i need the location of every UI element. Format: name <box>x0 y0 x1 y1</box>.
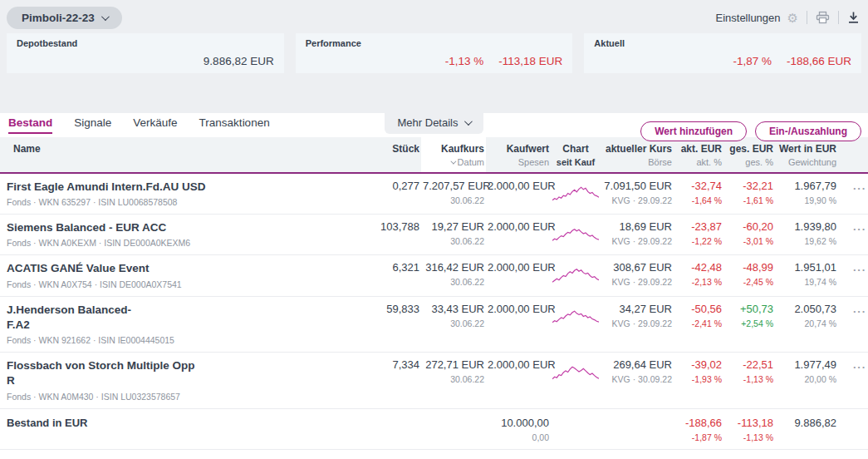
stueck-value: 7,334 <box>361 358 419 371</box>
sparkline-chart[interactable] <box>551 180 601 207</box>
column-header-wert[interactable]: Wert in EUR Gewichtung <box>775 137 838 172</box>
table-row[interactable]: J.Henderson Balanced- F.A2 Fonds · WKN 9… <box>0 297 868 353</box>
gewichtung-value: 20,74 % <box>777 318 836 328</box>
sparkline-chart[interactable] <box>551 220 601 248</box>
add-value-button[interactable]: Wert hinzufügen <box>640 121 747 141</box>
gewichtung-value: 19,90 % <box>777 195 836 205</box>
kaufkurs-value: 19,27 EUR <box>423 220 484 233</box>
kauf-datum: 30.06.22 <box>423 374 484 384</box>
tab-verkaeufe[interactable]: Verkäufe <box>133 113 177 134</box>
aktuell-eur: -188,66 EUR <box>787 55 851 67</box>
boerse-info: KVG · 29.09.22 <box>602 318 672 328</box>
ges-pct-value: -1,13 % <box>725 374 773 384</box>
tab-signale[interactable]: Signale <box>74 113 111 134</box>
column-header-menu <box>838 137 868 172</box>
fund-name[interactable]: Siemens Balanced - EUR ACC <box>7 220 358 235</box>
boerse-info: KVG · 30.09.22 <box>602 374 672 384</box>
kauf-datum: 30.06.22 <box>423 195 484 205</box>
stueck-value: 0,277 <box>361 180 419 192</box>
tab-bestand[interactable]: Bestand <box>8 113 52 134</box>
performance-card: Performance -1,13 % -113,18 EUR <box>296 33 573 73</box>
column-header-kurs[interactable]: aktueller Kurs Börse <box>601 137 674 172</box>
kaufwert-value: 2.000,00 EUR <box>488 261 549 274</box>
column-header-chart[interactable]: Chart seit Kauf <box>551 137 601 172</box>
row-menu-button[interactable]: ··· <box>853 180 866 194</box>
footer-bestand-label: Bestand in EUR <box>0 417 360 442</box>
ges-eur-value: -22,51 <box>725 358 773 371</box>
wert-value: 2.050,73 <box>777 303 836 315</box>
boerse-info: KVG · 29.09.22 <box>602 236 672 246</box>
column-header-kaufwert[interactable]: Kaufwert Spesen <box>486 137 551 172</box>
kaufkurs-value: 272,71 EUR <box>423 358 484 371</box>
sparkline-chart[interactable] <box>551 261 601 289</box>
kaufkurs-value: 316,42 EUR <box>423 261 484 274</box>
akt-pct-value: -2,41 % <box>675 318 722 328</box>
chevron-down-icon <box>464 117 473 126</box>
column-header-ges[interactable]: ges. EUR ges. % <box>723 137 775 172</box>
akt-eur-value: -50,56 <box>675 303 722 315</box>
settings-button[interactable]: Einstellungen ⚙ <box>715 12 798 24</box>
column-header-akt[interactable]: akt. EUR akt. % <box>674 137 723 172</box>
stueck-value: 103,788 <box>361 220 419 233</box>
payment-button[interactable]: Ein-/Auszahlung <box>755 121 861 141</box>
footer-ges-pct-sum: -1,13 % <box>725 432 773 442</box>
footer-akt-eur-sum: -188,66 <box>675 417 722 429</box>
more-details-button[interactable]: Mehr Details <box>385 113 484 134</box>
row-menu-button[interactable]: ··· <box>853 261 866 275</box>
divider <box>807 11 807 24</box>
performance-eur: -113,18 EUR <box>498 55 562 67</box>
tab-transaktionen[interactable]: Transaktionen <box>199 113 270 134</box>
fund-name[interactable]: J.Henderson Balanced- F.A2 <box>7 303 358 333</box>
fund-name[interactable]: ACATIS GANÉ Value Event <box>7 261 358 276</box>
gewichtung-value: 19,74 % <box>777 277 836 287</box>
portfolio-selector[interactable]: Pimboli-22-23 <box>7 7 122 29</box>
table-body: First Eagle Amundi Intern.Fd.AU USD Fond… <box>0 174 868 409</box>
row-menu-button[interactable]: ··· <box>853 303 866 317</box>
ges-pct-value: +2,54 % <box>725 318 773 328</box>
stueck-value: 59,833 <box>361 303 419 315</box>
footer-akt-pct-sum: -1,87 % <box>675 432 722 442</box>
fund-name[interactable]: First Eagle Amundi Intern.Fd.AU USD <box>7 180 358 195</box>
main-panel: Mehr Details Wert hinzufügen Ein-/Auszah… <box>0 113 868 459</box>
print-button[interactable] <box>816 11 830 24</box>
footer-ges-eur-sum: -113,18 <box>725 417 773 429</box>
footer-wert-sum: 9.886,82 <box>777 417 836 429</box>
ges-pct-value: -1,61 % <box>725 195 773 205</box>
portfolio-name: Pimboli-22-23 <box>22 12 95 24</box>
fund-meta: Fonds · WKN 921662 · ISIN IE0004445015 <box>7 335 358 345</box>
depot-balance-value: 9.886,82 EUR <box>204 55 274 67</box>
row-menu-button[interactable]: ··· <box>853 220 866 234</box>
row-menu-button[interactable]: ··· <box>853 358 866 373</box>
footer-spesen-sum: 0,00 <box>488 432 549 442</box>
depot-balance-card: Depotbestand 9.886,82 EUR <box>7 33 284 73</box>
download-button[interactable] <box>847 11 860 24</box>
akt-eur-value: -23,87 <box>675 220 722 233</box>
akt-pct-value: -1,64 % <box>675 195 722 205</box>
column-header-kaufkurs[interactable]: Kaufkurs Datum <box>421 137 486 172</box>
aktuell-percent: -1,87 % <box>733 55 772 67</box>
akt-eur-value: -39,02 <box>675 358 722 371</box>
kauf-datum: 30.06.22 <box>423 236 484 246</box>
aktueller-kurs-value: 7.091,50 EUR <box>602 180 672 192</box>
footer-kaufwert-sum: 10.000,00 <box>488 417 549 429</box>
download-icon <box>847 11 860 24</box>
fund-meta: Fonds · WKN A0KEXM · ISIN DE000A0KEXM6 <box>7 238 358 248</box>
table-row[interactable]: ACATIS GANÉ Value Event Fonds · WKN A0X7… <box>0 255 868 296</box>
table-header: Name Stück Kaufkurs Datum Kaufwert Spese… <box>0 137 868 174</box>
akt-pct-value: -2,13 % <box>675 277 722 287</box>
table-row[interactable]: Siemens Balanced - EUR ACC Fonds · WKN A… <box>0 215 868 255</box>
sparkline-chart[interactable] <box>551 303 601 345</box>
sparkline-chart[interactable] <box>551 358 601 401</box>
table-row[interactable]: First Eagle Amundi Intern.Fd.AU USD Fond… <box>0 174 868 215</box>
kaufkurs-value: 7.207,57 EUR <box>423 180 484 192</box>
column-header-name[interactable]: Name <box>0 137 360 172</box>
kaufwert-value: 2.000,00 EUR <box>488 220 549 233</box>
performance-percent: -1,13 % <box>445 55 484 67</box>
column-header-stueck[interactable]: Stück <box>360 137 421 172</box>
aktuell-card: Aktuell -1,87 % -188,66 EUR <box>584 33 861 73</box>
kauf-datum: 30.06.22 <box>423 277 484 287</box>
depot-balance-label: Depotbestand <box>17 38 274 48</box>
fund-name[interactable]: Flossbach von Storch Multiple Opp R <box>7 358 358 388</box>
aktuell-label: Aktuell <box>594 38 851 48</box>
table-row[interactable]: Flossbach von Storch Multiple Opp R Fond… <box>0 353 868 408</box>
